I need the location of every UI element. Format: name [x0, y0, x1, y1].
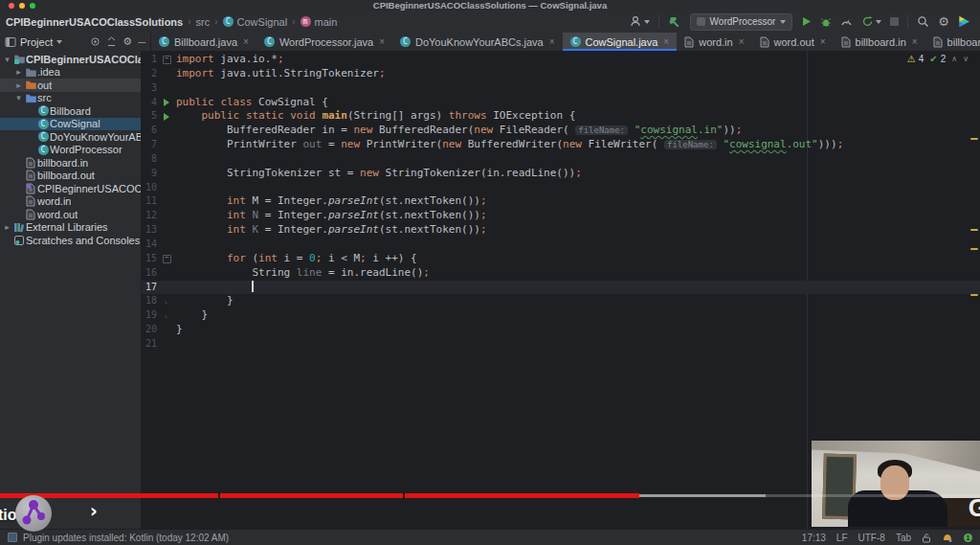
tree-chevron-icon[interactable]: ▸ [13, 67, 24, 77]
tree-row-cowsignal[interactable]: CCowSignal [0, 118, 141, 131]
tree-row-cpibeginnerusacoclasssolutions-iml[interactable]: CPIBeginnerUSACOClassSolutions.iml [0, 182, 141, 195]
tree-chevron-icon[interactable]: ▾ [13, 93, 24, 102]
code-line-7[interactable]: 7 PrintWriter out = new PrintWriter(new … [142, 138, 980, 152]
tree-row-idea[interactable]: ▸.idea [0, 66, 141, 79]
code-line-20[interactable]: 20} [142, 323, 980, 337]
tree-row-word-in[interactable]: word.in [0, 195, 141, 209]
code-line-3[interactable]: 3 [142, 81, 980, 96]
indent-style[interactable]: Tab [896, 533, 911, 543]
fold-end-icon[interactable]: ⌞ [165, 294, 168, 308]
run-configuration-select[interactable]: WordProcessor [690, 13, 793, 31]
tab-cowsignal-java[interactable]: CCowSignal.java× [563, 33, 678, 51]
tab-doyouknowyourabcs-java[interactable]: CDoYouKnowYourABCs.java× [392, 33, 563, 51]
warning-stripe-mark[interactable] [970, 229, 978, 231]
video-progress-bar[interactable] [0, 493, 980, 498]
tab-billboard-java[interactable]: CBillboard.java× [151, 33, 256, 51]
tree-row-billboard-in[interactable]: billboard.in [0, 156, 141, 170]
tab-wordprocessor-java[interactable]: CWordProcessor.java× [256, 33, 392, 51]
code-line-6[interactable]: 6 BufferedReader in = new BufferedReader… [142, 124, 980, 138]
line-separator[interactable]: LF [836, 533, 848, 543]
notification-bell-icon[interactable] [942, 533, 953, 543]
close-tab-icon[interactable]: × [379, 36, 385, 47]
tree-row-doyouknowyourabcs[interactable]: CDoYouKnowYourABCs [0, 130, 141, 144]
tree-row-billboard-out[interactable]: billboard.out [0, 170, 141, 183]
fold-icon[interactable]: − [163, 56, 171, 64]
run-line-icon[interactable] [164, 99, 169, 106]
warning-stripe-mark[interactable] [970, 294, 978, 296]
tree-chevron-icon[interactable]: ▸ [13, 80, 24, 90]
tree-row-word-out[interactable]: word.out [0, 208, 141, 221]
inspections-widget[interactable]: ⚠4 ✔2 ∧ ∨ [907, 54, 969, 64]
select-opened-file-icon[interactable] [90, 36, 100, 47]
tree-row-wordprocessor[interactable]: CWordProcessor [0, 144, 141, 157]
next-problem-icon[interactable]: ∨ [963, 55, 969, 63]
breadcrumb-item-src[interactable]: src [196, 16, 211, 28]
code-line-17[interactable]: 17 [142, 281, 980, 295]
code-line-18[interactable]: 18⌞ } [142, 294, 980, 308]
run-line-icon[interactable] [164, 113, 169, 121]
tab-billboard-in[interactable]: billboard.in× [834, 33, 925, 51]
warning-stripe-mark[interactable] [970, 248, 978, 250]
close-tab-icon[interactable]: × [663, 36, 669, 47]
close-tab-icon[interactable]: × [549, 36, 555, 47]
tree-row-external-libraries[interactable]: ▸External Libraries [0, 221, 141, 235]
search-everywhere-button[interactable] [917, 15, 929, 28]
code-line-14[interactable]: 14 [142, 238, 980, 252]
reader-mode-indicator[interactable]: 1 [964, 534, 972, 542]
breadcrumb-item-cpibeginnerusacoclasssolutions[interactable]: CPIBeginnerUSACOClassSolutions [6, 16, 183, 28]
tree-row-out[interactable]: ▸out [0, 79, 141, 92]
debug-button[interactable] [820, 16, 832, 28]
warning-stripe-mark[interactable] [970, 138, 978, 140]
code-line-16[interactable]: 16 String line = in.readLine(); [142, 266, 980, 281]
breadcrumb-item-cowsignal[interactable]: CCowSignal [223, 16, 288, 28]
account-avatar-button[interactable] [958, 15, 970, 28]
channel-avatar[interactable] [15, 495, 52, 532]
code-line-21[interactable]: 21 [142, 337, 980, 352]
close-tab-icon[interactable]: × [243, 36, 249, 47]
project-panel-title[interactable]: Project [20, 36, 53, 48]
breadcrumb-item-main[interactable]: mmain [301, 16, 338, 28]
code-line-9[interactable]: 9 StringTokenizer st = new StringTokeniz… [142, 167, 980, 181]
overlay-chevron-icon[interactable]: › [90, 500, 98, 521]
fold-icon[interactable]: − [163, 255, 171, 263]
close-tab-icon[interactable]: × [820, 36, 826, 47]
code-line-4[interactable]: 4public class CowSignal { [142, 96, 980, 110]
tree-row-scratches-and-consoles[interactable]: Scratches and Consoles [0, 234, 141, 247]
code-line-8[interactable]: 8 [142, 152, 980, 167]
file-encoding[interactable]: UTF-8 [858, 533, 885, 543]
run-with-coverage-button[interactable] [861, 15, 881, 28]
code-line-11[interactable]: 11 int M = Integer.parseInt(st.nextToken… [142, 194, 980, 209]
code-line-15[interactable]: 15− for (int i = 0; i < M; i ++) { [142, 252, 980, 266]
tab-word-in[interactable]: word.in× [677, 33, 751, 51]
close-tab-icon[interactable]: × [912, 36, 918, 47]
run-button[interactable] [801, 16, 812, 27]
unlock-icon[interactable] [922, 533, 931, 543]
build-project-button[interactable] [668, 15, 681, 29]
code-line-19[interactable]: 19⌞ } [142, 308, 980, 323]
collapse-all-icon[interactable] [106, 36, 117, 47]
stop-button[interactable] [890, 17, 899, 26]
tree-row-billboard[interactable]: CBillboard [0, 104, 141, 118]
prev-problem-icon[interactable]: ∧ [951, 55, 957, 63]
caret-position[interactable]: 17:13 [802, 533, 826, 543]
code-lines[interactable]: 1−import java.io.*;2import java.util.Str… [142, 53, 980, 352]
code-line-13[interactable]: 13 int K = Integer.parseInt(st.nextToken… [142, 223, 980, 238]
tree-chevron-icon[interactable]: ▾ [2, 55, 12, 64]
panel-options-icon[interactable]: ⚙ [122, 35, 132, 48]
code-line-12[interactable]: 12 int N = Integer.parseInt(st.nextToken… [142, 209, 980, 223]
profiler-button[interactable] [840, 15, 853, 28]
fold-end-icon[interactable]: ⌞ [165, 308, 168, 323]
code-line-2[interactable]: 2import java.util.StringTokenizer; [142, 67, 980, 81]
tab-word-out[interactable]: word.out× [752, 33, 834, 51]
tree-chevron-icon[interactable]: ▸ [2, 222, 12, 232]
tab-billboard-out[interactable]: billboard.out× [925, 33, 980, 51]
tree-row-cpibeginnerusacoclasssolutions[interactable]: ▾CPIBeginnerUSACOClassSolutions [0, 53, 141, 66]
tree-row-src[interactable]: ▾src [0, 92, 141, 105]
close-tab-icon[interactable]: × [739, 36, 745, 47]
code-line-10[interactable]: 10 [142, 181, 980, 195]
hide-panel-icon[interactable]: ─ [138, 38, 145, 46]
code-line-5[interactable]: 5 public static void main(String[] args)… [142, 109, 980, 124]
settings-button[interactable]: ⚙ [938, 15, 949, 28]
code-with-me-users-button[interactable] [630, 15, 650, 28]
code-line-1[interactable]: 1−import java.io.*; [142, 53, 980, 67]
